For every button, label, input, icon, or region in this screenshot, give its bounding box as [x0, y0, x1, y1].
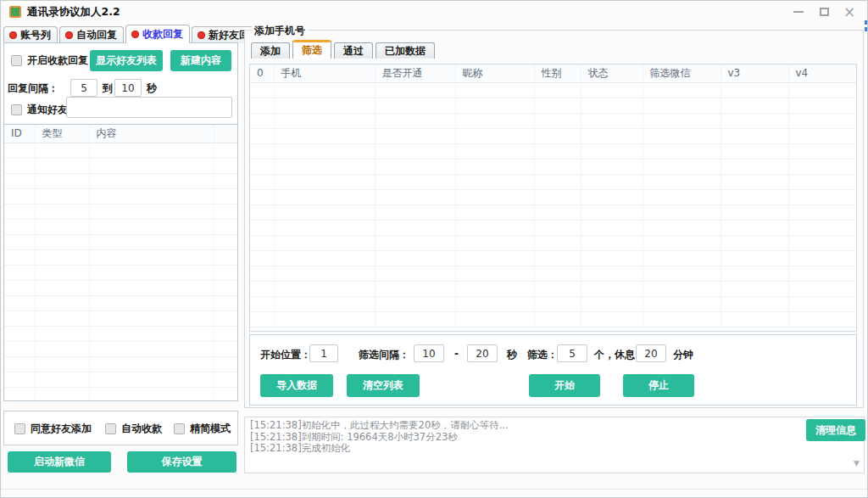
left-tab-bar: 账号列 自动回复 收款回复 新好友回复 — [3, 25, 268, 43]
checkbox-label: 通知好友 — [27, 103, 68, 117]
phone-data-table-grid: 0 手机 是否开通 昵称 性别 状态 筛选微信 v3 v4 — [250, 64, 856, 327]
table-row[interactable] — [250, 128, 856, 143]
edge-artifact — [865, 20, 868, 33]
reply-interval-to-input[interactable] — [114, 79, 142, 97]
col-header-status: 状态 — [581, 64, 643, 82]
bottom-divider — [1, 489, 868, 490]
clear-list-button[interactable]: 清空列表 — [347, 374, 420, 397]
agree-friend-add-checkbox[interactable]: 同意好友添加 — [14, 422, 92, 436]
table-row[interactable] — [4, 265, 237, 280]
col-header-content: 内容 — [89, 125, 214, 143]
new-content-button[interactable]: 新建内容 — [170, 50, 231, 71]
clean-log-button[interactable]: 清理信息 — [806, 419, 865, 441]
table-row[interactable] — [250, 281, 856, 296]
table-row[interactable] — [4, 158, 237, 173]
table-row[interactable] — [4, 341, 237, 356]
minimize-icon — [793, 11, 804, 13]
launch-wechat-button[interactable]: 启动新微信 — [8, 451, 111, 473]
log-output[interactable]: [15:21:38]初始化中，此过程大约需要20秒，请耐心等待... [15:2… — [244, 417, 865, 473]
group-title: 添加手机号 — [252, 24, 308, 38]
stop-button[interactable]: 停止 — [623, 374, 694, 397]
table-row[interactable] — [4, 249, 237, 265]
table-row[interactable] — [250, 311, 856, 327]
table-row[interactable] — [4, 173, 237, 188]
table-row[interactable] — [250, 220, 856, 235]
tab-label: 已加数据 — [385, 44, 426, 59]
table-row[interactable] — [4, 372, 237, 387]
table-row[interactable] — [4, 204, 237, 219]
tab-payment-reply[interactable]: 收款回复 — [125, 25, 190, 43]
simple-mode-checkbox[interactable]: 精简模式 — [174, 422, 231, 436]
table-row[interactable] — [4, 326, 237, 341]
import-data-button[interactable]: 导入数据 — [260, 374, 333, 397]
tab-pass[interactable]: 通过 — [334, 42, 373, 59]
tab-auto-reply[interactable]: 自动回复 — [59, 26, 124, 43]
filter-interval-to-input[interactable] — [467, 344, 498, 362]
table-row[interactable] — [250, 98, 856, 113]
window-title: 通讯录协议加人2.2 — [27, 5, 120, 20]
to-label: 到 — [103, 81, 113, 96]
scroll-down-icon[interactable]: ▼ — [854, 458, 860, 470]
col-header-type: 类型 — [35, 125, 89, 143]
log-line: [15:21:38]到期时间: 19664天8小时37分23秒 — [250, 432, 849, 444]
seconds-label: 秒 — [147, 81, 157, 96]
tab-add[interactable]: 添加 — [251, 42, 290, 59]
rest-minutes-input[interactable] — [636, 344, 666, 362]
checkbox-icon — [11, 104, 22, 115]
save-settings-button[interactable]: 保存设置 — [127, 451, 236, 473]
table-row[interactable] — [250, 159, 856, 174]
auto-collect-checkbox[interactable]: 自动收款 — [105, 422, 162, 436]
start-button[interactable]: 开始 — [529, 374, 600, 397]
table-row[interactable] — [250, 204, 856, 220]
table-row[interactable] — [4, 188, 237, 204]
table-row[interactable] — [4, 387, 237, 400]
checkbox-icon — [174, 423, 185, 434]
checkbox-label: 开启收款回复 — [27, 53, 88, 68]
reply-interval-from-input[interactable] — [70, 79, 97, 97]
filter-count-input[interactable] — [557, 344, 587, 362]
table-row[interactable] — [4, 219, 237, 234]
filter-interval-from-input[interactable] — [414, 344, 444, 362]
range-dash-label: - — [454, 348, 459, 360]
table-row[interactable] — [250, 113, 856, 128]
right-tab-bar: 添加 筛选 通过 已加数据 — [251, 41, 437, 59]
table-row[interactable] — [250, 235, 856, 250]
enable-payment-reply-checkbox[interactable]: 开启收款回复 — [11, 53, 88, 68]
table-row[interactable] — [4, 295, 237, 311]
close-icon: × — [843, 5, 855, 20]
table-row[interactable] — [4, 280, 237, 295]
tab-account-list[interactable]: 账号列 — [3, 26, 58, 43]
tab-label: 通过 — [343, 44, 364, 59]
tab-label: 自动回复 — [76, 28, 117, 42]
tab-label: 筛选 — [302, 43, 322, 58]
table-row[interactable] — [250, 143, 856, 159]
table-row[interactable] — [4, 143, 237, 158]
checkbox-icon — [11, 55, 22, 66]
phone-data-rows[interactable] — [250, 82, 856, 327]
maximize-icon — [820, 8, 829, 16]
notify-friend-input[interactable] — [66, 97, 232, 118]
table-row[interactable] — [250, 266, 856, 281]
start-position-input[interactable] — [309, 344, 338, 362]
table-row[interactable] — [250, 174, 856, 189]
app-icon — [9, 6, 21, 18]
table-row[interactable] — [4, 356, 237, 372]
table-row[interactable] — [4, 311, 237, 326]
close-button[interactable]: × — [837, 2, 862, 22]
show-friends-button[interactable]: 显示好友列表 — [90, 50, 163, 71]
table-row[interactable] — [4, 234, 237, 249]
start-position-label: 开始位置： — [260, 348, 311, 362]
phone-data-table: 0 手机 是否开通 昵称 性别 状态 筛选微信 v3 v4 — [249, 64, 857, 332]
table-row[interactable] — [250, 296, 856, 311]
log-line: [15:21:38]初始化中，此过程大约需要20秒，请耐心等待... — [250, 420, 849, 432]
notify-friend-checkbox[interactable]: 通知好友 — [11, 103, 68, 117]
minimize-button[interactable] — [786, 2, 811, 22]
tab-filter[interactable]: 筛选 — [292, 40, 331, 59]
table-row[interactable] — [250, 250, 856, 266]
table-row[interactable] — [250, 82, 856, 98]
tab-added-data[interactable]: 已加数据 — [376, 42, 435, 59]
maximize-button[interactable] — [811, 2, 837, 22]
table-row[interactable] — [250, 189, 856, 204]
rest-label: 个，休息 — [594, 348, 635, 362]
reply-content-rows[interactable] — [4, 143, 237, 400]
